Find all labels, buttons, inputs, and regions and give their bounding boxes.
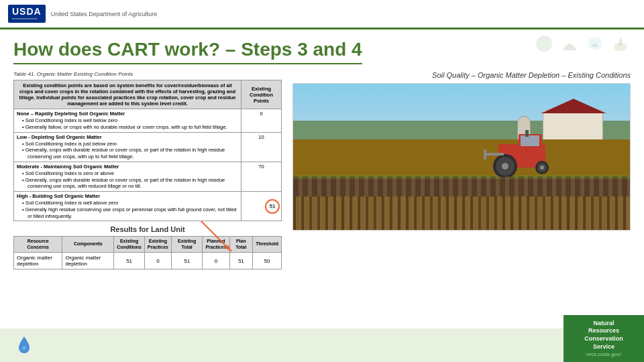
- svg-point-0: [536, 36, 552, 52]
- row-points: 0: [241, 109, 282, 133]
- svg-rect-12: [525, 130, 529, 137]
- tractor-icon: [478, 127, 572, 181]
- results-col-components: Components: [62, 237, 114, 253]
- row-category: Low - Depleting Soil Organic Matter: [17, 134, 238, 140]
- dept-name: United States Department of Agriculture: [51, 11, 158, 17]
- decorative-icons: [534, 34, 631, 54]
- results-col-resource: ResourceConcerns: [14, 237, 62, 253]
- cell-planned-prac: 0: [203, 253, 229, 269]
- svg-rect-5: [521, 135, 539, 146]
- results-title: Results for Land Unit: [13, 225, 282, 233]
- col1-header: Existing condition points are based on s…: [14, 80, 241, 109]
- cell-plan-total: 51: [229, 253, 253, 269]
- cell-existing-prac: 0: [144, 253, 171, 269]
- results-col-existing-total: Existing Total: [172, 237, 203, 253]
- nrcs-logo: Natural Resources Conservation Service n…: [564, 315, 644, 362]
- results-col-threshold: Threshold: [253, 237, 282, 253]
- content-area: Table 41. Organic Matter Existing Condit…: [0, 67, 644, 335]
- cell-component: Organic matter depletion: [62, 253, 114, 269]
- svg-point-17: [22, 346, 26, 350]
- results-col-existing-cond: ExistingConditions: [114, 237, 145, 253]
- table-caption: Table 41. Organic Matter Existing Condit…: [13, 71, 282, 77]
- highlighted-value: 51: [265, 199, 280, 214]
- left-panel: Table 41. Organic Matter Existing Condit…: [13, 71, 282, 335]
- table-row: Moderate - Maintaining Soil Organic Matt…: [14, 162, 282, 191]
- soil-quality-label: Soil Quality – Organic Matter Depletion …: [292, 71, 631, 79]
- results-table: ResourceConcerns Components ExistingCond…: [13, 236, 282, 269]
- cell-threshold: 50: [253, 253, 282, 269]
- table-row-highlighted: High - Building Soil Organic Matter Soil…: [14, 192, 282, 221]
- nrcs-name: Natural Resources Conservation Service: [584, 320, 623, 351]
- svg-point-11: [540, 166, 544, 170]
- results-col-planned-prac: PlannedPractices: [203, 237, 229, 253]
- row-category: Moderate - Maintaining Soil Organic Matt…: [17, 164, 238, 170]
- col2-header: Existing Condition Points: [241, 80, 282, 109]
- cell-existing-cond: 51: [114, 253, 145, 269]
- svg-rect-13: [485, 153, 504, 156]
- table-row: Low - Depleting Soil Organic Matter Soil…: [14, 132, 282, 162]
- results-section: Results for Land Unit ResourceConcerns C…: [13, 225, 282, 269]
- right-panel: Soil Quality – Organic Matter Depletion …: [292, 71, 631, 335]
- results-col-plan-total: Plan Total: [229, 237, 253, 253]
- row-category: None – Rapidly Depleting Soil Organic Ma…: [17, 111, 238, 117]
- table-row: None – Rapidly Depleting Soil Organic Ma…: [14, 109, 282, 133]
- svg-point-8: [502, 163, 508, 170]
- page-title: How does CART work? – Steps 3 and 4: [13, 39, 362, 64]
- water-drop-icon: [13, 335, 35, 356]
- page-header: USDA ═══════ United States Department of…: [0, 0, 644, 29]
- farm-image: [292, 83, 631, 231]
- row-points-highlighted: 51: [241, 192, 282, 221]
- results-col-existing-prac: ExistingPractices: [144, 237, 171, 253]
- cell-resource: Organic matter depletion: [14, 253, 62, 269]
- nrcs-url: nrcs.usda.gov/: [586, 351, 621, 357]
- svg-rect-14: [484, 149, 486, 160]
- cell-existing-total: 51: [172, 253, 203, 269]
- results-data-row: Organic matter depletion Organic matter …: [14, 253, 282, 269]
- footer: Natural Resources Conservation Service n…: [0, 328, 644, 362]
- row-category: High - Building Soil Organic Matter: [17, 193, 238, 199]
- usda-logo: USDA ═══════ United States Department of…: [8, 5, 157, 23]
- row-points: 10: [241, 132, 282, 162]
- row-points: 70: [241, 162, 282, 191]
- condition-table: Existing condition points are based on s…: [13, 80, 282, 221]
